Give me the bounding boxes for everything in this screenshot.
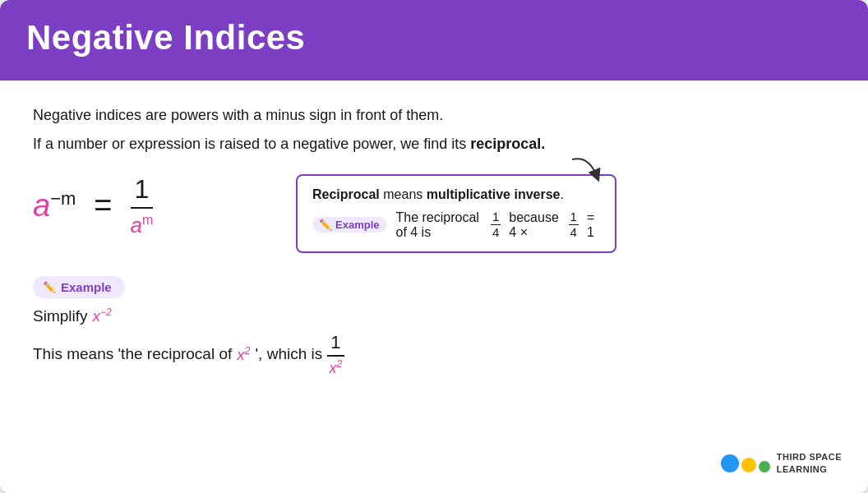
curved-arrow-annotation xyxy=(564,151,605,196)
main-fraction: 1 am xyxy=(131,174,154,238)
logo-text: THIRD SPACE LEARNING xyxy=(777,451,842,475)
middle-section: a−m = 1 am Reciprocal means multiplicati… xyxy=(33,174,835,253)
simplify-text: Simplify xyxy=(33,307,88,325)
pencil-icon: ✏️ xyxy=(319,219,332,231)
result-frac-den: x2 xyxy=(330,357,343,377)
content-section: Negative indices are powers with a minus… xyxy=(0,81,868,493)
logo-brand2: LEARNING xyxy=(777,464,827,474)
formula-exp: −m xyxy=(50,188,76,209)
info-box-multiplicative: multiplicative inverse xyxy=(427,187,561,201)
info-box-badge-label: Example xyxy=(335,219,379,231)
intro-line1: Negative indices are powers with a minus… xyxy=(33,104,835,127)
fraction-denom-exp: m xyxy=(142,213,153,227)
page-title: Negative Indices xyxy=(26,18,842,58)
fraction-denominator: am xyxy=(131,210,154,238)
circle-blue xyxy=(721,454,739,472)
means-line: This means 'the reciprocal of x2 ', whic… xyxy=(33,332,835,377)
example-badge-label: Example xyxy=(61,280,112,294)
fraction-numerator: 1 xyxy=(131,174,154,209)
info-box-title: Reciprocal means multiplicative inverse. xyxy=(312,187,600,202)
logo-circles xyxy=(721,454,770,472)
main-formula: a−m = 1 am xyxy=(33,174,263,238)
info-frac1-den: 4 xyxy=(492,225,499,240)
intro-line2: If a number or expression is raised to a… xyxy=(33,132,835,156)
example-section: ✏️ Example Simplify x−2 This means 'the … xyxy=(33,276,835,377)
intro-line2-bold: reciprocal. xyxy=(470,136,545,152)
x-neg2-exp: −2 xyxy=(100,306,112,318)
card: Negative Indices Negative indices are po… xyxy=(0,0,868,493)
means-text-before: This means 'the reciprocal of xyxy=(33,345,232,363)
formula-equals: = xyxy=(94,188,112,223)
result-fraction: 1 x2 xyxy=(327,332,344,377)
info-box-example-text3: = 1 xyxy=(587,210,600,240)
info-box-frac2: 1 4 xyxy=(569,210,579,240)
intro-line2-before: If a number or expression is raised to a… xyxy=(33,136,470,152)
info-box-means: means xyxy=(380,187,427,201)
info-box-example-text2: because 4 × xyxy=(509,210,560,240)
formula-base: a xyxy=(33,188,50,223)
info-box-example-row: ✏️ Example The reciprocal of 4 is 1 4 be… xyxy=(312,210,600,240)
info-frac1-num: 1 xyxy=(491,210,501,226)
x-squared-pink: x2 xyxy=(237,345,250,364)
info-frac2-den: 4 xyxy=(570,225,577,240)
example-pencil-icon: ✏️ xyxy=(43,281,56,293)
logo-area: THIRD SPACE LEARNING xyxy=(721,451,842,475)
x-neg2-formula: x−2 xyxy=(93,306,112,325)
info-box-reciprocal: Reciprocal xyxy=(312,187,380,201)
logo-brand: THIRD SPACE xyxy=(777,452,842,462)
circle-green xyxy=(759,461,770,472)
result-frac-num: 1 xyxy=(327,332,344,357)
example-badge-large: ✏️ Example xyxy=(33,276,125,298)
info-frac2-num: 1 xyxy=(569,210,579,226)
info-box-frac1: 1 4 xyxy=(491,210,501,240)
info-box-example-text1: The reciprocal of 4 is xyxy=(395,210,482,240)
header-section: Negative Indices xyxy=(0,0,868,81)
info-box-example-badge: ✏️ Example xyxy=(312,217,387,233)
formula-lhs: a−m xyxy=(33,188,76,223)
means-text-after: ', which is xyxy=(255,345,322,363)
circle-yellow xyxy=(741,458,756,472)
simplify-line: Simplify x−2 xyxy=(33,306,835,325)
result-frac-den-exp: 2 xyxy=(337,358,343,370)
x-sq-exp: 2 xyxy=(245,345,251,357)
